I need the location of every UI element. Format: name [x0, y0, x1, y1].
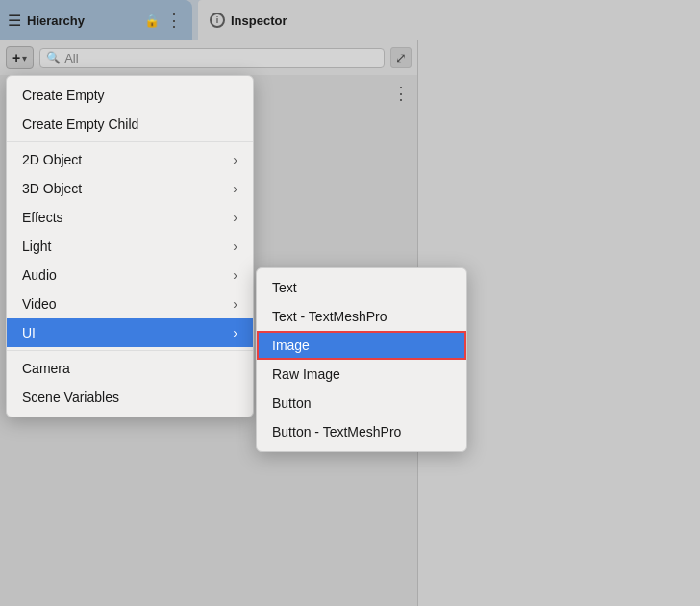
sub-item-image[interactable]: Image — [257, 331, 466, 360]
sub-item-image-label: Image — [272, 338, 310, 353]
menu-item-create-empty-child[interactable]: Create Empty Child — [7, 110, 253, 139]
menu-item-light-label: Light — [22, 239, 51, 254]
menu-item-audio-label: Audio — [22, 267, 57, 283]
tab-inspector[interactable]: i Inspector — [198, 0, 700, 40]
menu-item-effects[interactable]: Effects › — [7, 203, 253, 232]
chevron-effects-icon: › — [233, 210, 238, 225]
menu-item-audio[interactable]: Audio › — [7, 261, 253, 290]
menu-item-create-empty-child-label: Create Empty Child — [22, 116, 138, 132]
sub-item-button-text-mesh-pro-label: Button - TextMeshPro — [272, 424, 401, 440]
menu-item-light[interactable]: Light › — [7, 232, 253, 261]
dropdown-arrow-icon: ▾ — [22, 53, 27, 63]
sub-item-button-text-mesh-pro[interactable]: Button - TextMeshPro — [257, 417, 466, 446]
tab-hierarchy[interactable]: ☰ Hierarchy 🔒 ⋮ — [0, 0, 192, 40]
menu-item-create-empty[interactable]: Create Empty — [7, 81, 253, 110]
sub-item-button[interactable]: Button — [257, 389, 466, 417]
menu-item-video[interactable]: Video › — [7, 290, 253, 318]
sub-item-text-mesh-pro-label: Text - TextMeshPro — [272, 309, 388, 324]
chevron-video-icon: › — [233, 296, 238, 312]
lock-icon: 🔒 — [144, 13, 160, 28]
menu-item-scene-variables[interactable]: Scene Variables — [7, 383, 253, 412]
dropdown-container: Create Empty Create Empty Child 2D Objec… — [6, 75, 467, 452]
menu-item-effects-label: Effects — [22, 210, 63, 225]
sub-item-text-mesh-pro[interactable]: Text - TextMeshPro — [257, 302, 466, 331]
dropdown-submenu: Text Text - TextMeshPro Image Raw Image … — [256, 267, 467, 452]
menu-item-3d-object[interactable]: 3D Object › — [7, 174, 253, 203]
sub-item-text-label: Text — [272, 280, 297, 295]
menu-item-2d-label: 2D Object — [22, 152, 82, 167]
menu-item-video-label: Video — [22, 296, 57, 312]
search-box[interactable]: 🔍 — [39, 48, 385, 68]
kebab-icon[interactable]: ⋮ — [165, 10, 183, 31]
sub-item-button-label: Button — [272, 395, 311, 411]
info-icon: i — [210, 13, 225, 28]
menu-item-create-empty-label: Create Empty — [22, 88, 105, 103]
chevron-audio-icon: › — [233, 267, 238, 283]
search-input[interactable] — [64, 51, 378, 65]
sub-item-raw-image[interactable]: Raw Image — [257, 360, 466, 389]
hierarchy-toolbar: + ▾ 🔍 ⤢ — [0, 40, 417, 75]
sub-item-text[interactable]: Text — [257, 273, 466, 302]
divider-1 — [7, 141, 253, 142]
inspector-tab-label: Inspector — [231, 13, 288, 28]
menu-item-ui[interactable]: UI › — [7, 318, 253, 347]
menu-item-camera-label: Camera — [22, 361, 70, 376]
dropdown-main: Create Empty Create Empty Child 2D Objec… — [6, 75, 254, 417]
expand-icon: ⤢ — [395, 50, 407, 65]
divider-2 — [7, 350, 253, 351]
add-button[interactable]: + ▾ — [6, 46, 34, 69]
menu-item-camera[interactable]: Camera — [7, 354, 253, 383]
search-icon: 🔍 — [46, 51, 61, 64]
menu-item-scene-variables-label: Scene Variables — [22, 390, 119, 405]
menu-item-ui-label: UI — [22, 325, 36, 341]
hierarchy-tab-label: Hierarchy — [27, 13, 85, 28]
menu-icon: ☰ — [8, 12, 21, 30]
menu-item-3d-label: 3D Object — [22, 181, 82, 196]
plus-icon: + — [12, 50, 20, 65]
sub-item-raw-image-label: Raw Image — [272, 366, 340, 382]
menu-item-2d-object[interactable]: 2D Object › — [7, 145, 253, 174]
chevron-2d-icon: › — [233, 152, 238, 167]
chevron-3d-icon: › — [233, 181, 238, 196]
expand-button[interactable]: ⤢ — [390, 47, 412, 68]
chevron-ui-icon: › — [233, 325, 238, 341]
chevron-light-icon: › — [233, 239, 238, 254]
